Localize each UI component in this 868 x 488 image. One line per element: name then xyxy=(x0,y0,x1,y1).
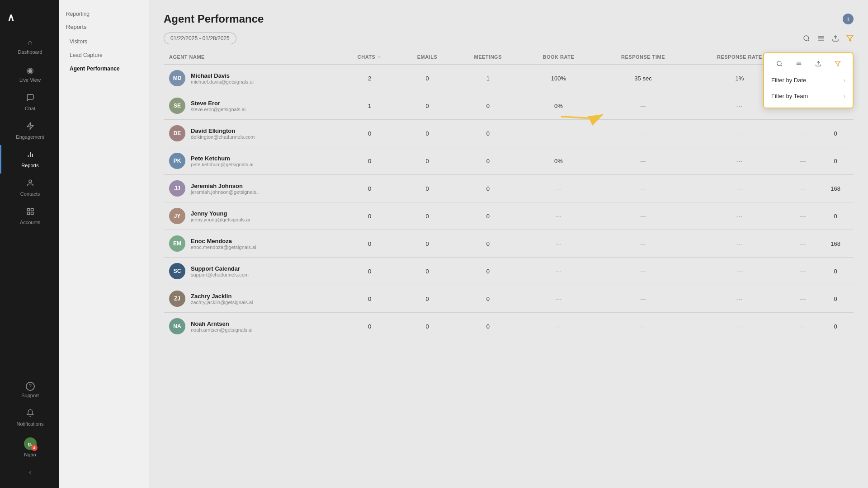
table-row[interactable]: EM Enoc Mendoza enoc.mendoza@getsignals.… xyxy=(164,230,854,258)
cell-response_rate-2: --- xyxy=(691,120,788,147)
table-row[interactable]: SE Steve Eror steve.eror@getsignals.ai 1… xyxy=(164,92,854,120)
filter-by-team-option[interactable]: Filter by Team › xyxy=(764,88,853,104)
svg-rect-6 xyxy=(31,208,33,211)
agent-cell-7: SC Support Calendar support@chatfunnels.… xyxy=(164,258,339,285)
table-body: MD Michael Davis michael.davis@getsignal… xyxy=(164,65,854,340)
sidebar-item-accounts[interactable]: Accounts xyxy=(0,202,59,230)
table-row[interactable]: ZJ Zachry Jacklin zachry.jacklin@getsign… xyxy=(164,285,854,313)
contacts-icon xyxy=(26,179,34,189)
agent-email: steve.eror@getsignals.ai xyxy=(191,107,245,112)
cell-response_rate-4: --- xyxy=(691,175,788,202)
dropdown-sort-icon[interactable] xyxy=(796,61,802,68)
sidebar-reports[interactable]: Reports xyxy=(59,19,149,35)
sidebar-item-label: Contacts xyxy=(20,191,40,197)
sidebar-item-label: Accounts xyxy=(20,220,40,225)
cell-emails-8: 0 xyxy=(400,285,454,313)
sidebar-agent-performance[interactable]: Agent Performance xyxy=(59,62,149,75)
date-range-button[interactable]: 01/22/2025 - 01/28/2025 xyxy=(164,33,236,44)
table-header: AGENT NAME CHATS EMAILS MEETINGS BOOK RA… xyxy=(164,50,854,65)
agent-avatar: EM xyxy=(169,235,185,252)
cell-col9-6: 168 xyxy=(817,230,854,258)
agent-name: Zachry Jacklin xyxy=(191,293,253,300)
agent-email: pete.ketchum@getsignals.ai xyxy=(191,162,253,167)
svg-rect-5 xyxy=(27,208,29,211)
agent-email: enoc.mendoza@getsignals.ai xyxy=(191,244,256,250)
agent-info: Support Calendar support@chatfunnels.com xyxy=(191,265,249,277)
sidebar-item-reports[interactable]: Reports xyxy=(0,145,59,174)
cell-book_rate-1: 0% xyxy=(522,92,595,120)
cell-response_rate-8: --- xyxy=(691,285,788,313)
agent-cell-9: NA Noah Arntsen noah.arntsen@getsignals.… xyxy=(164,313,339,340)
agent-cell-3: PK Pete Ketchum pete.ketchum@getsignals.… xyxy=(164,147,339,175)
agent-email: zachry.jacklin@getsignals.ai xyxy=(191,300,253,305)
cell-response_rate-6: --- xyxy=(691,230,788,258)
table-row[interactable]: JY Jenny Young jenny.young@getsignals.ai… xyxy=(164,202,854,230)
engagement-icon xyxy=(26,122,34,132)
sort-button[interactable] xyxy=(817,35,825,42)
table-row[interactable]: DE David Elkington delkington@chatfunnel… xyxy=(164,120,854,147)
table-row[interactable]: JJ Jeremiah Johnson jeremiah.johnson@get… xyxy=(164,175,854,202)
sidebar-item-live-view[interactable]: ◉ Live View xyxy=(0,60,59,88)
export-button[interactable] xyxy=(832,35,839,42)
agent-cell-8: ZJ Zachry Jacklin zachry.jacklin@getsign… xyxy=(164,285,339,313)
cell-emails-4: 0 xyxy=(400,175,454,202)
dropdown-filter-icon[interactable] xyxy=(835,61,841,68)
dashboard-icon: ⌂ xyxy=(28,38,33,47)
cell-col9-8: 0 xyxy=(817,285,854,313)
sidebar-wide: Reporting Reports Visitors Lead Capture … xyxy=(59,0,149,488)
table-row[interactable]: MD Michael Davis michael.davis@getsignal… xyxy=(164,65,854,92)
user-label: Ngan xyxy=(24,452,36,457)
accounts-icon xyxy=(26,207,34,218)
table-row[interactable]: PK Pete Ketchum pete.ketchum@getsignals.… xyxy=(164,147,854,175)
agent-info: Steve Eror steve.eror@getsignals.ai xyxy=(191,100,245,112)
sidebar-item-notifications[interactable]: Notifications xyxy=(0,404,59,432)
agent-name: Michael Davis xyxy=(191,72,254,79)
agent-cell-1: SE Steve Eror steve.eror@getsignals.ai xyxy=(164,92,339,120)
main-wrapper: Agent Performance i 01/22/2025 - 01/28/2… xyxy=(149,0,868,488)
table-row[interactable]: SC Support Calendar support@chatfunnels.… xyxy=(164,258,854,285)
cell-chats-7: 0 xyxy=(339,258,400,285)
agent-name: Enoc Mendoza xyxy=(191,238,256,244)
agent-email: jeremiah.johnson@getsignals.. xyxy=(191,189,259,195)
table-wrapper: AGENT NAME CHATS EMAILS MEETINGS BOOK RA… xyxy=(149,50,868,488)
cell-response_rate-9: --- xyxy=(691,313,788,340)
sidebar-visitors[interactable]: Visitors xyxy=(59,35,149,48)
cell-col8-2: --- xyxy=(788,120,818,147)
sidebar-lead-capture[interactable]: Lead Capture xyxy=(59,48,149,62)
cell-meetings-2: 0 xyxy=(454,120,522,147)
cell-emails-7: 0 xyxy=(400,258,454,285)
dropdown-search-icon[interactable] xyxy=(776,61,783,68)
svg-rect-7 xyxy=(27,212,29,215)
cell-book_rate-2: --- xyxy=(522,120,595,147)
page-title: Agent Performance xyxy=(164,13,264,25)
cell-chats-0: 2 xyxy=(339,65,400,92)
sidebar-item-user[interactable]: g. 4 Ngan xyxy=(0,432,59,463)
filter-button[interactable] xyxy=(846,35,854,42)
cell-meetings-7: 0 xyxy=(454,258,522,285)
agent-info: Pete Ketchum pete.ketchum@getsignals.ai xyxy=(191,155,253,167)
search-button[interactable] xyxy=(803,35,810,42)
agent-info: Michael Davis michael.davis@getsignals.a… xyxy=(191,72,254,84)
logo-icon: ∧ xyxy=(7,12,14,23)
sidebar-item-support[interactable]: ? Support xyxy=(0,376,59,404)
filter-by-date-option[interactable]: Filter by Date › xyxy=(764,72,853,88)
sidebar-item-dashboard[interactable]: ⌂ Dashboard xyxy=(0,33,59,60)
sidebar-item-chat[interactable]: Chat xyxy=(0,88,59,117)
sidebar-collapse-btn[interactable]: ‹ xyxy=(0,463,59,481)
svg-point-17 xyxy=(777,61,781,66)
cell-response_time-2: --- xyxy=(595,120,691,147)
th-chats[interactable]: CHATS xyxy=(339,50,400,65)
cell-col8-5: --- xyxy=(788,202,818,230)
sidebar-item-engagement[interactable]: Engagement xyxy=(0,117,59,145)
cell-col8-7: --- xyxy=(788,258,818,285)
info-icon[interactable]: i xyxy=(843,14,854,24)
table-row[interactable]: NA Noah Arntsen noah.arntsen@getsignals.… xyxy=(164,313,854,340)
cell-book_rate-0: 100% xyxy=(522,65,595,92)
cell-col9-9: 0 xyxy=(817,313,854,340)
dropdown-export-icon[interactable] xyxy=(815,61,821,68)
cell-response_time-1: --- xyxy=(595,92,691,120)
cell-chats-8: 0 xyxy=(339,285,400,313)
cell-meetings-5: 0 xyxy=(454,202,522,230)
sidebar-item-contacts[interactable]: Contacts xyxy=(0,174,59,202)
cell-col8-8: --- xyxy=(788,285,818,313)
